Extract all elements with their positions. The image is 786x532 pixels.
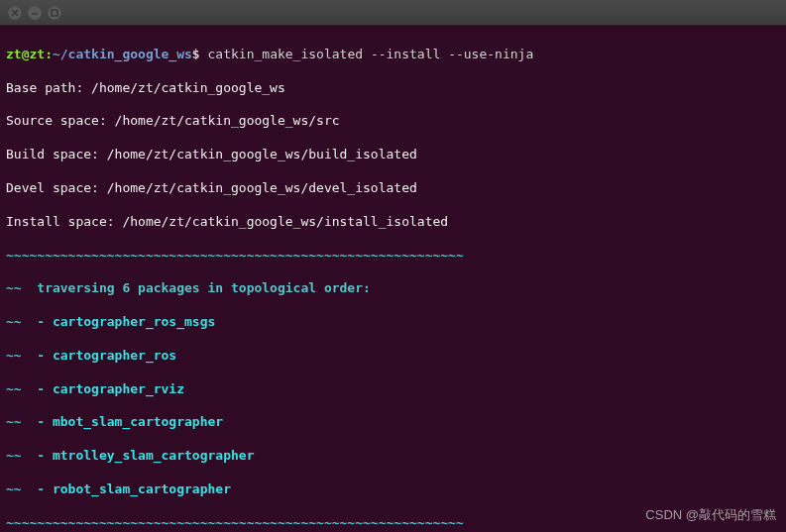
close-icon[interactable] bbox=[8, 6, 22, 20]
devel-space: Devel space: /home/zt/catkin_google_ws/d… bbox=[6, 180, 780, 197]
base-path: Base path: /home/zt/catkin_google_ws bbox=[6, 80, 780, 97]
svg-rect-0 bbox=[52, 10, 57, 16]
divider: ~~~~~~~~~~~~~~~~~~~~~~~~~~~~~~~~~~~~~~~~… bbox=[6, 248, 780, 265]
package-item: ~~ - mbot_slam_cartographer bbox=[6, 414, 780, 431]
package-item: ~~ - robot_slam_cartographer bbox=[6, 481, 780, 498]
maximize-icon[interactable] bbox=[48, 6, 61, 20]
minimize-icon[interactable] bbox=[28, 6, 42, 20]
install-space: Install space: /home/zt/catkin_google_ws… bbox=[6, 214, 780, 231]
build-space: Build space: /home/zt/catkin_google_ws/b… bbox=[6, 147, 780, 163]
prompt-line: zt@zt:~/catkin_google_ws$ catkin_make_is… bbox=[6, 47, 780, 63]
traverse-header: ~~ traversing 6 packages in topological … bbox=[6, 280, 780, 297]
terminal-output[interactable]: zt@zt:~/catkin_google_ws$ catkin_make_is… bbox=[0, 26, 786, 532]
watermark: CSDN @敲代码的雪糕 bbox=[645, 507, 776, 524]
package-item: ~~ - cartographer_ros_msgs bbox=[6, 314, 780, 331]
command-text: catkin_make_isolated --install --use-nin… bbox=[208, 47, 534, 61]
source-space: Source space: /home/zt/catkin_google_ws/… bbox=[6, 113, 780, 130]
package-item: ~~ - mtrolley_slam_cartographer bbox=[6, 448, 780, 465]
prompt-path: ~/catkin_google_ws bbox=[53, 47, 192, 61]
package-item: ~~ - cartographer_rviz bbox=[6, 381, 780, 398]
window-titlebar bbox=[0, 0, 786, 26]
prompt-user: zt@zt bbox=[6, 47, 45, 61]
package-item: ~~ - cartographer_ros bbox=[6, 348, 780, 365]
